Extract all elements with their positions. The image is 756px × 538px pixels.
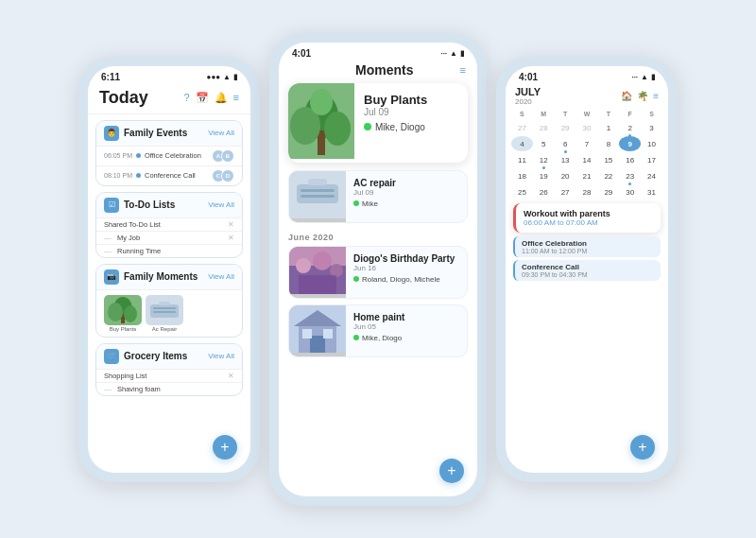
event-block-2[interactable]: Conference Call 09:30 PM to 04:30 PM — [513, 260, 661, 281]
cal-icons[interactable]: 🏠 🌴 ≡ — [621, 91, 659, 101]
cal-home-icon[interactable]: 🏠 — [621, 91, 632, 101]
featured-green-dot — [364, 123, 371, 130]
cal-cell-2-1[interactable]: 12 — [533, 152, 555, 167]
right-fab[interactable]: + — [630, 435, 655, 460]
cal-cell-4-0[interactable]: 25 — [511, 184, 533, 200]
cal-cell-0-4[interactable]: 1 — [597, 120, 619, 135]
cal-cell-4-4[interactable]: 29 — [597, 184, 619, 200]
bell-icon[interactable]: 🔔 — [215, 92, 228, 104]
grocery-title: Grocery Items — [124, 351, 187, 361]
todo-x-1[interactable]: ✕ — [228, 220, 234, 229]
svg-rect-17 — [297, 184, 338, 203]
event-time-2: 08:10 PM — [104, 172, 132, 179]
cal-menu-icon[interactable]: ≡ — [653, 91, 659, 101]
cal-cell-0-3[interactable]: 30 — [576, 120, 598, 135]
event-block-1[interactable]: Office Celebration 11:00 AM to 12:00 PM — [513, 236, 661, 257]
mid-fab[interactable]: + — [439, 459, 464, 483]
cal-days-header: S M T W T F S — [511, 110, 662, 118]
birthday-card[interactable]: Diogo's Birthday Party Jun 16 Roland, Di… — [288, 246, 468, 299]
cal-cell-1-0[interactable]: 4 — [511, 136, 533, 151]
birthday-card-title: Diogo's Birthday Party — [353, 253, 459, 264]
cal-cell-3-0[interactable]: 18 — [511, 168, 533, 183]
todo-text-3: Running Time — [117, 247, 234, 255]
cal-cell-3-5[interactable]: 23 — [619, 168, 641, 183]
svg-point-14 — [324, 112, 351, 146]
svg-point-23 — [296, 258, 311, 273]
cal-cell-1-3[interactable]: 7 — [576, 136, 598, 151]
moment-thumb-plant[interactable]: Buy Plants — [104, 295, 142, 332]
homepaint-card-body: Home paint Jun 05 Mike, Diogo — [346, 305, 467, 356]
homepaint-card-title: Home paint — [353, 312, 459, 322]
cal-cell-2-3[interactable]: 14 — [576, 152, 598, 167]
cal-cell-0-2[interactable]: 29 — [555, 120, 576, 135]
mid-header: Moments ≡ — [279, 61, 477, 83]
todo-header: ☑ To-Do Lists View All — [96, 193, 242, 217]
mid-status-bar: 4:01 ··· ▲ ▮ — [279, 43, 477, 61]
moments-view-all[interactable]: View All — [208, 272, 234, 281]
homepaint-card-date: Jun 05 — [353, 322, 459, 331]
cal-cell-4-6[interactable]: 31 — [641, 184, 662, 200]
avatar-2b: D — [221, 169, 234, 182]
cal-cell-0-6[interactable]: 3 — [641, 120, 662, 135]
cal-cell-today[interactable]: 9 — [619, 136, 641, 151]
homepaint-card[interactable]: Home paint Jun 05 Mike, Diogo — [288, 304, 468, 357]
cal-cell-4-5[interactable]: 30 — [619, 184, 641, 200]
event-block-time-1: 11:00 AM to 12:00 PM — [522, 248, 654, 254]
cal-cell-3-1[interactable]: 19 — [533, 168, 555, 183]
grocery-text-2: Shaving foam — [117, 385, 234, 393]
cal-cell-1-6[interactable]: 10 — [641, 136, 662, 151]
right-status-bar: 4:01 ··· ▲ ▮ — [506, 66, 668, 84]
todo-text-2: My Job — [117, 234, 224, 242]
left-fab[interactable]: + — [213, 435, 237, 460]
avatar-1b: B — [221, 149, 234, 163]
cal-week-2: 11 12 13 14 15 16 17 — [511, 152, 662, 167]
moment-thumb-ac[interactable]: Ac Repair — [146, 295, 183, 332]
todo-title: To-Do Lists — [124, 200, 175, 210]
cal-cell-0-1[interactable]: 28 — [533, 120, 555, 135]
ac-green-dot — [353, 200, 359, 206]
grocery-header: 🛒 Grocery Items View All — [96, 344, 242, 369]
family-events-view-all[interactable]: View All — [208, 129, 234, 137]
cal-cell-1-1[interactable]: 5 — [533, 136, 555, 151]
todo-dash-3: — — [104, 247, 112, 255]
cal-cell-3-6[interactable]: 24 — [641, 168, 662, 183]
cal-cell-2-0[interactable]: 11 — [511, 152, 533, 167]
moments-title: Family Moments — [124, 271, 198, 282]
cal-cell-2-2[interactable]: 13 — [555, 152, 576, 167]
menu-icon[interactable]: ≡ — [233, 92, 239, 104]
calendar-icon[interactable]: 📅 — [196, 92, 209, 104]
cal-cell-0-5[interactable]: 2 — [619, 120, 641, 135]
cal-cell-2-6[interactable]: 17 — [641, 152, 662, 167]
todo-view-all[interactable]: View All — [208, 200, 234, 209]
featured-card[interactable]: Buy Plants Jul 09 Mike, Diogo — [288, 83, 468, 163]
left-header-icons[interactable]: ? 📅 🔔 ≡ — [183, 92, 239, 104]
cal-cell-3-3[interactable]: 21 — [576, 168, 598, 183]
event-block-title-1: Office Celebration — [522, 239, 654, 248]
left-header: Today ? 📅 🔔 ≡ — [88, 84, 250, 114]
cal-cell-4-3[interactable]: 28 — [576, 184, 598, 200]
cal-cell-0-0[interactable]: 27 — [511, 120, 533, 135]
cal-cell-4-2[interactable]: 27 — [555, 184, 576, 200]
cal-cell-4-1[interactable]: 26 — [533, 184, 555, 200]
cal-cell-2-4[interactable]: 15 — [597, 152, 619, 167]
cal-cell-3-2[interactable]: 20 — [555, 168, 576, 183]
help-icon[interactable]: ? — [183, 92, 189, 104]
family-events-icon: 👨 — [104, 126, 119, 141]
mid-menu-icon[interactable]: ≡ — [460, 64, 466, 76]
todo-x-2[interactable]: ✕ — [228, 234, 234, 242]
grocery-view-all[interactable]: View All — [208, 352, 234, 360]
cal-cell-3-4[interactable]: 22 — [597, 168, 619, 183]
mid-time: 4:01 — [292, 48, 311, 59]
ac-repair-card[interactable]: AC repair Jul 09 Mike — [288, 170, 468, 223]
workout-popup[interactable]: Workout with parents 06:00 AM to 07:00 A… — [513, 203, 661, 233]
workout-time: 06:00 AM to 07:00 AM — [524, 218, 653, 227]
cal-cell-2-5[interactable]: 16 — [619, 152, 641, 167]
day-label-s1: S — [511, 110, 533, 118]
grocery-x-1[interactable]: ✕ — [228, 372, 234, 380]
cal-cell-1-2[interactable]: 6 — [555, 136, 576, 151]
cal-cell-1-4[interactable]: 8 — [597, 136, 619, 151]
birthday-card-date: Jun 16 — [353, 264, 459, 272]
homepaint-green-dot — [353, 335, 359, 340]
cal-palm-icon[interactable]: 🌴 — [637, 91, 648, 101]
event-block-title-2: Conference Call — [522, 263, 654, 271]
